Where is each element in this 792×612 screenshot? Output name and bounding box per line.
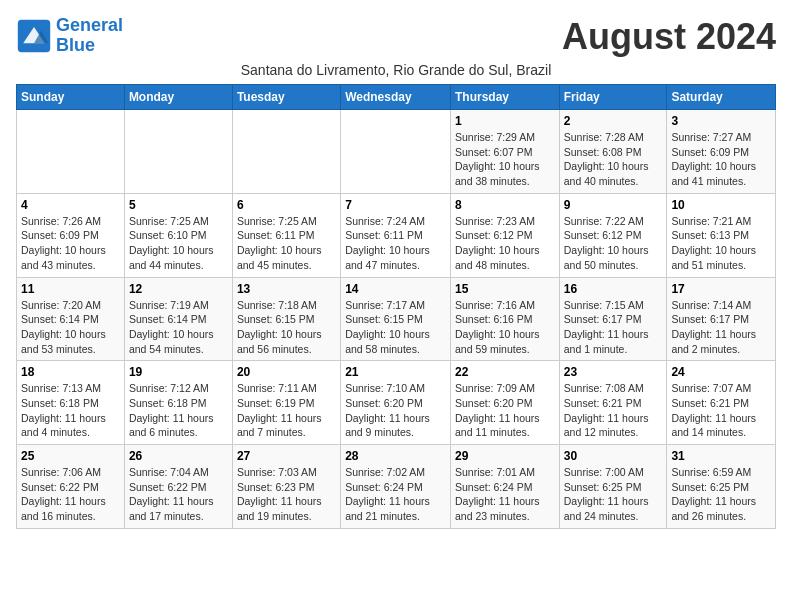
day-number: 23 — [564, 365, 663, 379]
calendar-week-row: 4Sunrise: 7:26 AM Sunset: 6:09 PM Daylig… — [17, 193, 776, 277]
day-of-week-header: Wednesday — [341, 85, 451, 110]
calendar-day-cell: 1Sunrise: 7:29 AM Sunset: 6:07 PM Daylig… — [450, 110, 559, 194]
calendar-day-cell: 24Sunrise: 7:07 AM Sunset: 6:21 PM Dayli… — [667, 361, 776, 445]
day-of-week-header: Monday — [124, 85, 232, 110]
day-number: 16 — [564, 282, 663, 296]
calendar-day-cell: 27Sunrise: 7:03 AM Sunset: 6:23 PM Dayli… — [232, 445, 340, 529]
calendar-day-cell — [17, 110, 125, 194]
day-number: 13 — [237, 282, 336, 296]
day-info: Sunrise: 7:06 AM Sunset: 6:22 PM Dayligh… — [21, 465, 120, 524]
day-info: Sunrise: 7:01 AM Sunset: 6:24 PM Dayligh… — [455, 465, 555, 524]
day-info: Sunrise: 7:17 AM Sunset: 6:15 PM Dayligh… — [345, 298, 446, 357]
day-number: 17 — [671, 282, 771, 296]
calendar-day-cell: 31Sunrise: 6:59 AM Sunset: 6:25 PM Dayli… — [667, 445, 776, 529]
day-number: 18 — [21, 365, 120, 379]
calendar-day-cell: 16Sunrise: 7:15 AM Sunset: 6:17 PM Dayli… — [559, 277, 667, 361]
calendar-day-cell: 29Sunrise: 7:01 AM Sunset: 6:24 PM Dayli… — [450, 445, 559, 529]
calendar-day-cell: 11Sunrise: 7:20 AM Sunset: 6:14 PM Dayli… — [17, 277, 125, 361]
day-number: 25 — [21, 449, 120, 463]
calendar-day-cell: 2Sunrise: 7:28 AM Sunset: 6:08 PM Daylig… — [559, 110, 667, 194]
calendar-day-cell: 5Sunrise: 7:25 AM Sunset: 6:10 PM Daylig… — [124, 193, 232, 277]
day-info: Sunrise: 7:02 AM Sunset: 6:24 PM Dayligh… — [345, 465, 446, 524]
day-info: Sunrise: 7:10 AM Sunset: 6:20 PM Dayligh… — [345, 381, 446, 440]
day-of-week-header: Thursday — [450, 85, 559, 110]
day-number: 1 — [455, 114, 555, 128]
calendar-day-cell: 17Sunrise: 7:14 AM Sunset: 6:17 PM Dayli… — [667, 277, 776, 361]
calendar-day-cell: 4Sunrise: 7:26 AM Sunset: 6:09 PM Daylig… — [17, 193, 125, 277]
calendar-day-cell: 18Sunrise: 7:13 AM Sunset: 6:18 PM Dayli… — [17, 361, 125, 445]
day-info: Sunrise: 7:07 AM Sunset: 6:21 PM Dayligh… — [671, 381, 771, 440]
day-info: Sunrise: 6:59 AM Sunset: 6:25 PM Dayligh… — [671, 465, 771, 524]
day-info: Sunrise: 7:22 AM Sunset: 6:12 PM Dayligh… — [564, 214, 663, 273]
day-info: Sunrise: 7:09 AM Sunset: 6:20 PM Dayligh… — [455, 381, 555, 440]
calendar-day-cell — [232, 110, 340, 194]
day-number: 2 — [564, 114, 663, 128]
calendar-week-row: 18Sunrise: 7:13 AM Sunset: 6:18 PM Dayli… — [17, 361, 776, 445]
day-info: Sunrise: 7:25 AM Sunset: 6:11 PM Dayligh… — [237, 214, 336, 273]
logo-icon — [16, 18, 52, 54]
day-info: Sunrise: 7:12 AM Sunset: 6:18 PM Dayligh… — [129, 381, 228, 440]
day-info: Sunrise: 7:04 AM Sunset: 6:22 PM Dayligh… — [129, 465, 228, 524]
calendar-day-cell: 12Sunrise: 7:19 AM Sunset: 6:14 PM Dayli… — [124, 277, 232, 361]
day-of-week-header: Tuesday — [232, 85, 340, 110]
day-number: 7 — [345, 198, 446, 212]
calendar-day-cell: 14Sunrise: 7:17 AM Sunset: 6:15 PM Dayli… — [341, 277, 451, 361]
day-number: 14 — [345, 282, 446, 296]
day-info: Sunrise: 7:23 AM Sunset: 6:12 PM Dayligh… — [455, 214, 555, 273]
day-info: Sunrise: 7:26 AM Sunset: 6:09 PM Dayligh… — [21, 214, 120, 273]
day-number: 27 — [237, 449, 336, 463]
calendar-day-cell: 21Sunrise: 7:10 AM Sunset: 6:20 PM Dayli… — [341, 361, 451, 445]
day-info: Sunrise: 7:08 AM Sunset: 6:21 PM Dayligh… — [564, 381, 663, 440]
day-of-week-header: Sunday — [17, 85, 125, 110]
day-number: 9 — [564, 198, 663, 212]
day-info: Sunrise: 7:16 AM Sunset: 6:16 PM Dayligh… — [455, 298, 555, 357]
day-number: 12 — [129, 282, 228, 296]
day-number: 8 — [455, 198, 555, 212]
page-header: General Blue August 2024 — [16, 16, 776, 58]
calendar-day-cell: 10Sunrise: 7:21 AM Sunset: 6:13 PM Dayli… — [667, 193, 776, 277]
calendar-day-cell: 6Sunrise: 7:25 AM Sunset: 6:11 PM Daylig… — [232, 193, 340, 277]
calendar-week-row: 25Sunrise: 7:06 AM Sunset: 6:22 PM Dayli… — [17, 445, 776, 529]
calendar-table: SundayMondayTuesdayWednesdayThursdayFrid… — [16, 84, 776, 529]
calendar-day-cell: 22Sunrise: 7:09 AM Sunset: 6:20 PM Dayli… — [450, 361, 559, 445]
day-info: Sunrise: 7:00 AM Sunset: 6:25 PM Dayligh… — [564, 465, 663, 524]
day-info: Sunrise: 7:14 AM Sunset: 6:17 PM Dayligh… — [671, 298, 771, 357]
calendar-day-cell: 26Sunrise: 7:04 AM Sunset: 6:22 PM Dayli… — [124, 445, 232, 529]
day-info: Sunrise: 7:20 AM Sunset: 6:14 PM Dayligh… — [21, 298, 120, 357]
calendar-day-cell: 13Sunrise: 7:18 AM Sunset: 6:15 PM Dayli… — [232, 277, 340, 361]
calendar-day-cell: 30Sunrise: 7:00 AM Sunset: 6:25 PM Dayli… — [559, 445, 667, 529]
day-info: Sunrise: 7:29 AM Sunset: 6:07 PM Dayligh… — [455, 130, 555, 189]
calendar-day-cell: 20Sunrise: 7:11 AM Sunset: 6:19 PM Dayli… — [232, 361, 340, 445]
calendar-body: 1Sunrise: 7:29 AM Sunset: 6:07 PM Daylig… — [17, 110, 776, 529]
day-number: 10 — [671, 198, 771, 212]
day-info: Sunrise: 7:13 AM Sunset: 6:18 PM Dayligh… — [21, 381, 120, 440]
calendar-day-cell: 9Sunrise: 7:22 AM Sunset: 6:12 PM Daylig… — [559, 193, 667, 277]
day-number: 6 — [237, 198, 336, 212]
day-number: 20 — [237, 365, 336, 379]
day-number: 24 — [671, 365, 771, 379]
day-number: 11 — [21, 282, 120, 296]
day-number: 5 — [129, 198, 228, 212]
calendar-day-cell: 25Sunrise: 7:06 AM Sunset: 6:22 PM Dayli… — [17, 445, 125, 529]
calendar-day-cell: 3Sunrise: 7:27 AM Sunset: 6:09 PM Daylig… — [667, 110, 776, 194]
day-number: 30 — [564, 449, 663, 463]
day-number: 4 — [21, 198, 120, 212]
calendar-day-cell: 7Sunrise: 7:24 AM Sunset: 6:11 PM Daylig… — [341, 193, 451, 277]
day-info: Sunrise: 7:11 AM Sunset: 6:19 PM Dayligh… — [237, 381, 336, 440]
calendar-header-row: SundayMondayTuesdayWednesdayThursdayFrid… — [17, 85, 776, 110]
day-number: 28 — [345, 449, 446, 463]
day-info: Sunrise: 7:15 AM Sunset: 6:17 PM Dayligh… — [564, 298, 663, 357]
calendar-subtitle: Santana do Livramento, Rio Grande do Sul… — [16, 62, 776, 78]
day-info: Sunrise: 7:24 AM Sunset: 6:11 PM Dayligh… — [345, 214, 446, 273]
calendar-day-cell: 8Sunrise: 7:23 AM Sunset: 6:12 PM Daylig… — [450, 193, 559, 277]
day-info: Sunrise: 7:25 AM Sunset: 6:10 PM Dayligh… — [129, 214, 228, 273]
day-info: Sunrise: 7:27 AM Sunset: 6:09 PM Dayligh… — [671, 130, 771, 189]
day-number: 3 — [671, 114, 771, 128]
calendar-day-cell: 19Sunrise: 7:12 AM Sunset: 6:18 PM Dayli… — [124, 361, 232, 445]
day-of-week-header: Saturday — [667, 85, 776, 110]
logo-text: General Blue — [56, 16, 123, 56]
day-info: Sunrise: 7:21 AM Sunset: 6:13 PM Dayligh… — [671, 214, 771, 273]
day-number: 31 — [671, 449, 771, 463]
calendar-day-cell: 15Sunrise: 7:16 AM Sunset: 6:16 PM Dayli… — [450, 277, 559, 361]
calendar-week-row: 1Sunrise: 7:29 AM Sunset: 6:07 PM Daylig… — [17, 110, 776, 194]
